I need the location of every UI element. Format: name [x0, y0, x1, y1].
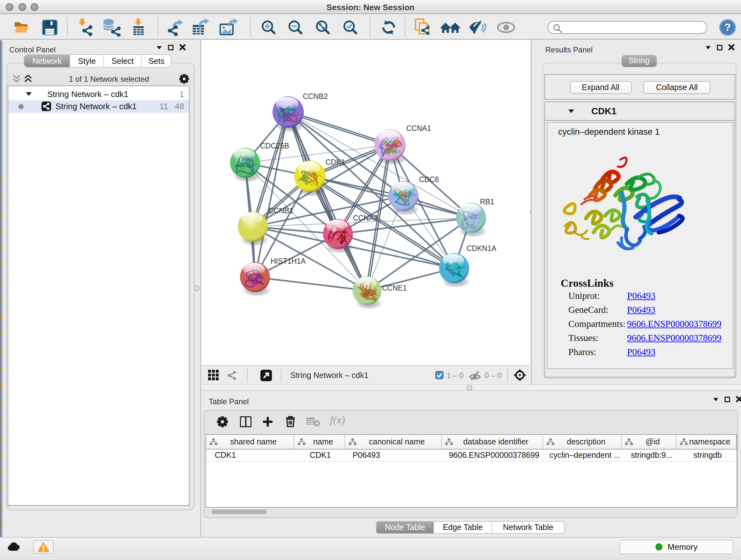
- svg-text:RB1: RB1: [480, 197, 494, 206]
- svg-text:CCNB2: CCNB2: [303, 92, 328, 100]
- svg-text:CDC6: CDC6: [419, 175, 439, 183]
- svg-text:?: ?: [724, 21, 731, 33]
- svg-text:CDKN1A: CDKN1A: [467, 244, 496, 252]
- svg-text:CCNA2: CCNA2: [353, 213, 378, 222]
- svg-text:CCNA1: CCNA1: [406, 124, 431, 132]
- svg-text:CCNE1: CCNE1: [382, 284, 407, 292]
- svg-text:CDK1: CDK1: [326, 158, 345, 166]
- svg-text:CDC25B: CDC25B: [260, 141, 289, 150]
- svg-text:CCNB1: CCNB1: [268, 206, 293, 214]
- svg-text:HIST1H1A: HIST1H1A: [271, 257, 306, 265]
